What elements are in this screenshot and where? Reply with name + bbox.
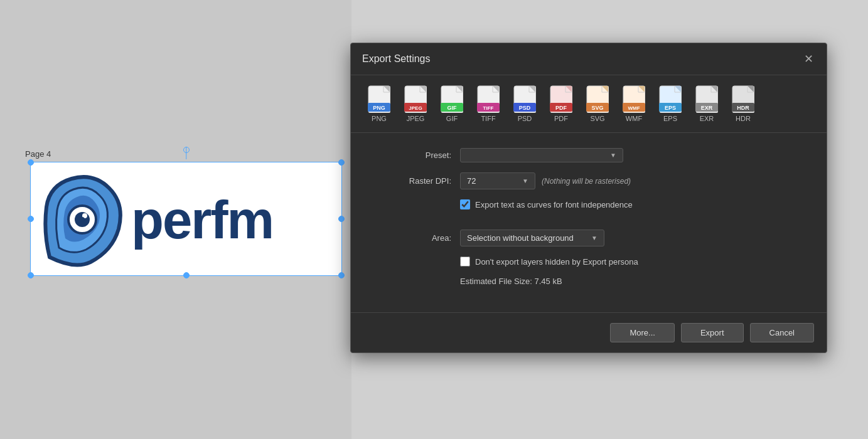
- svg-text:PSD: PSD: [519, 105, 531, 111]
- format-item-psd[interactable]: PSD PSD: [509, 83, 540, 125]
- psd-label: PSD: [518, 115, 532, 122]
- format-item-exr[interactable]: EXR EXR: [691, 83, 722, 125]
- wmf-icon: WMF: [622, 85, 646, 113]
- format-item-eps[interactable]: EPS EPS: [655, 83, 686, 125]
- dont-export-hidden-checkbox[interactable]: [460, 257, 470, 267]
- png-label: PNG: [372, 115, 387, 122]
- area-row: Area: Selection without background ▼: [376, 230, 801, 246]
- area-label: Area:: [376, 233, 451, 243]
- svg-text:GIF: GIF: [447, 105, 458, 111]
- format-item-gif[interactable]: GIF GIF: [436, 83, 468, 125]
- export-button[interactable]: Export: [681, 323, 744, 342]
- format-item-pdf[interactable]: PDF PDF: [545, 83, 577, 125]
- format-item-hdr[interactable]: HDR HDR: [727, 83, 759, 125]
- tiff-label: TIFF: [481, 115, 495, 122]
- format-item-wmf[interactable]: WMF WMF: [618, 83, 650, 125]
- hdr-icon: HDR: [731, 85, 755, 113]
- cancel-button[interactable]: Cancel: [750, 323, 814, 342]
- dont-export-hidden-row: Don't export layers hidden by Export per…: [376, 257, 801, 267]
- gif-icon: GIF: [440, 85, 464, 113]
- dialog-header: Export Settings ✕: [351, 43, 827, 75]
- dialog-body: Preset: ▼ Raster DPI: 72 ▼ (Nothing will…: [351, 133, 827, 306]
- png-icon: PNG: [367, 85, 391, 113]
- svg-label: SVG: [590, 115, 604, 122]
- dont-export-hidden-label: Don't export layers hidden by Export per…: [475, 257, 638, 267]
- handle-top-left[interactable]: [28, 159, 34, 166]
- exr-label: EXR: [700, 115, 714, 122]
- export-settings-dialog: Export Settings ✕ PNG PNG: [350, 43, 827, 353]
- exr-icon: EXR: [695, 85, 719, 113]
- handle-top-mid[interactable]: [183, 147, 190, 153]
- preset-label: Preset:: [376, 151, 451, 160]
- file-size-row: Estimated File Size: 7.45 kB: [376, 277, 801, 286]
- eps-label: EPS: [663, 115, 677, 122]
- page-label: Page 4: [25, 149, 51, 159]
- gif-label: GIF: [446, 115, 458, 122]
- svg-text:WMF: WMF: [628, 105, 640, 111]
- svg-text:JPEG: JPEG: [409, 105, 422, 111]
- hdr-label: HDR: [736, 115, 751, 122]
- svg-text:EXR: EXR: [701, 105, 713, 111]
- svg-text:HDR: HDR: [737, 105, 749, 111]
- file-size-label: Estimated File Size:: [460, 277, 532, 286]
- close-button[interactable]: ✕: [801, 52, 815, 66]
- raster-hint: (Nothing will be rasterised): [542, 177, 631, 186]
- logo-container: perfm: [30, 162, 344, 278]
- preset-row: Preset: ▼: [376, 148, 801, 162]
- export-text-curves-checkbox[interactable]: [460, 199, 470, 209]
- svg-point-3: [80, 217, 85, 222]
- area-arrow-icon: ▼: [591, 235, 597, 241]
- preset-arrow-icon: ▼: [610, 152, 616, 159]
- dialog-footer: More... Export Cancel: [351, 312, 827, 352]
- psd-icon: PSD: [513, 85, 537, 113]
- dpi-value: 72: [467, 176, 476, 186]
- dialog-title: Export Settings: [362, 53, 431, 65]
- export-text-curves-label: Export text as curves for font independe…: [475, 200, 633, 209]
- svg-text:PNG: PNG: [373, 105, 385, 111]
- selection-box: perfm: [30, 162, 342, 276]
- jpeg-icon: JPEG: [404, 85, 427, 113]
- area-dropdown[interactable]: Selection without background ▼: [460, 230, 604, 246]
- preset-dropdown[interactable]: ▼: [460, 148, 623, 162]
- format-item-jpeg[interactable]: JPEG JPEG: [400, 83, 431, 125]
- logo-preview: perfm: [34, 166, 340, 273]
- svg-text:TIFF: TIFF: [483, 105, 494, 111]
- handle-top-right[interactable]: [338, 159, 345, 166]
- svg-text:EPS: EPS: [665, 105, 676, 111]
- svg-icon: SVG: [586, 85, 609, 113]
- svg-text:SVG: SVG: [591, 105, 603, 111]
- wmf-label: WMF: [626, 115, 642, 122]
- file-size-text: Estimated File Size: 7.45 kB: [460, 277, 562, 286]
- export-text-curves-row: Export text as curves for font independe…: [376, 199, 801, 209]
- eps-icon: EPS: [658, 85, 682, 113]
- logo-icon: [37, 169, 128, 270]
- format-item-svg[interactable]: SVG SVG: [582, 83, 613, 125]
- format-item-png[interactable]: PNG PNG: [363, 83, 395, 125]
- raster-dpi-row: Raster DPI: 72 ▼ (Nothing will be raster…: [376, 172, 801, 189]
- svg-text:PDF: PDF: [555, 105, 567, 111]
- file-size-value: 7.45 kB: [535, 277, 562, 286]
- handle-mid-left[interactable]: [28, 216, 34, 222]
- dpi-arrow-icon: ▼: [522, 177, 528, 184]
- area-control-group: Selection without background ▼: [460, 230, 801, 246]
- handle-bot-left[interactable]: [28, 272, 34, 278]
- more-button[interactable]: More...: [610, 323, 674, 342]
- pdf-label: PDF: [554, 115, 568, 122]
- logo-text: perfm: [131, 193, 273, 246]
- dpi-control-group: 72 ▼ (Nothing will be rasterised): [460, 172, 801, 189]
- jpeg-label: JPEG: [407, 115, 425, 122]
- canvas-area: Page 4: [0, 0, 351, 439]
- tiff-icon: TIFF: [476, 85, 500, 113]
- pdf-icon: PDF: [549, 85, 573, 113]
- preset-control-group: ▼: [460, 148, 801, 162]
- area-value: Selection without background: [467, 233, 574, 243]
- raster-dpi-label: Raster DPI:: [376, 176, 451, 186]
- format-item-tiff[interactable]: TIFF TIFF: [473, 83, 504, 125]
- dpi-dropdown[interactable]: 72 ▼: [460, 172, 535, 189]
- format-toolbar: PNG PNG JPEG JPEG: [351, 75, 827, 133]
